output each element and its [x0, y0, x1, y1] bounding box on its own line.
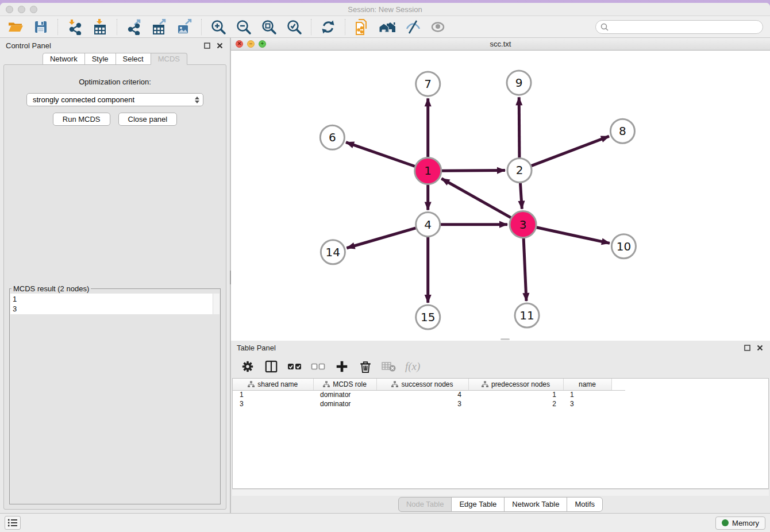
- table-float-button[interactable]: [742, 343, 752, 352]
- table-cell[interactable]: dominator: [313, 399, 376, 408]
- list-icon: [7, 518, 18, 527]
- refresh-view-button[interactable]: [319, 18, 337, 36]
- graph-node-4[interactable]: 4: [416, 213, 440, 237]
- import-table-button[interactable]: [91, 18, 109, 36]
- column-header-shared-name[interactable]: shared name: [233, 379, 313, 390]
- table-settings-button[interactable]: [240, 359, 255, 374]
- add-column-button[interactable]: [334, 359, 349, 374]
- save-session-button[interactable]: [32, 18, 49, 36]
- table-cell[interactable]: 1: [468, 390, 563, 399]
- mcds-result-list[interactable]: 1 3: [10, 294, 213, 314]
- criterion-dropdown[interactable]: strongly connected component: [26, 93, 203, 106]
- table-row[interactable]: 1dominator411: [233, 390, 625, 399]
- close-icon: [757, 345, 763, 351]
- refresh-icon: [320, 19, 336, 35]
- graph-edge-1-6[interactable]: [346, 142, 415, 167]
- graph-node-3[interactable]: 3: [510, 211, 536, 238]
- export-table-button[interactable]: [151, 18, 168, 36]
- graph-edge-4-14[interactable]: [346, 228, 415, 248]
- reset-view-button[interactable]: [379, 18, 396, 36]
- graph-node-11[interactable]: 11: [515, 303, 539, 327]
- export-network-button[interactable]: [125, 18, 143, 36]
- canvas-resize-handle[interactable]: [500, 338, 510, 340]
- network-canvas[interactable]: 7968124314101511: [231, 51, 770, 341]
- close-panel-button[interactable]: [215, 41, 224, 50]
- control-tab-style[interactable]: Style: [84, 53, 116, 65]
- home-houses-icon: [379, 19, 396, 35]
- network-close-button[interactable]: ✕: [236, 40, 243, 48]
- graph-edge-3-10[interactable]: [537, 228, 610, 244]
- table-cell[interactable]: 3: [563, 399, 611, 408]
- table-horizontal-scrollbar[interactable]: [232, 489, 769, 496]
- table-row[interactable]: 3dominator323: [233, 399, 625, 408]
- memory-button[interactable]: Memory: [715, 516, 765, 530]
- zoom-selected-button[interactable]: [286, 18, 303, 36]
- graph-edge-2-8[interactable]: [532, 136, 609, 165]
- columns-icon: [264, 360, 278, 373]
- table-tab-motifs[interactable]: Motifs: [567, 497, 603, 512]
- graph-edge-2-3[interactable]: [520, 183, 522, 209]
- zoom-in-button[interactable]: [210, 18, 227, 36]
- toggle-columns-button[interactable]: [264, 359, 279, 374]
- column-header-MCDS-role[interactable]: MCDS role: [313, 379, 376, 390]
- control-tab-network[interactable]: Network: [43, 53, 85, 65]
- import-network-button[interactable]: [66, 18, 83, 36]
- table-cell[interactable]: 1: [233, 390, 313, 399]
- graph-edge-3-11[interactable]: [523, 238, 526, 301]
- search-input[interactable]: [611, 23, 758, 31]
- control-tab-mcds[interactable]: MCDS: [151, 53, 187, 65]
- delete-column-button[interactable]: [358, 359, 373, 374]
- table-tab-network-table[interactable]: Network Table: [504, 497, 567, 512]
- graph-edge-2-9[interactable]: [519, 97, 519, 157]
- result-scrollbar[interactable]: [213, 294, 220, 314]
- table-tab-node-table[interactable]: Node Table: [398, 497, 452, 512]
- task-history-button[interactable]: [5, 516, 21, 530]
- table-tab-edge-table[interactable]: Edge Table: [451, 497, 505, 512]
- zoom-out-button[interactable]: [235, 18, 252, 36]
- column-header-successor-nodes[interactable]: successor nodes: [376, 379, 468, 390]
- function-builder-button[interactable]: f(x): [405, 360, 420, 373]
- delete-table-button[interactable]: [382, 359, 396, 374]
- table-cell[interactable]: 1: [563, 390, 611, 399]
- column-header-name[interactable]: name: [563, 379, 611, 390]
- graph-node-6[interactable]: 6: [320, 125, 344, 149]
- deselect-all-button[interactable]: [311, 359, 326, 374]
- column-type-icon: [482, 381, 488, 388]
- close-panel-action-button[interactable]: Close panel: [118, 113, 178, 126]
- export-table-icon: [151, 19, 167, 35]
- table-cell[interactable]: 2: [468, 399, 563, 408]
- network-window-title: scc.txt: [231, 40, 770, 48]
- table-close-button[interactable]: [755, 343, 764, 352]
- zoom-fit-button[interactable]: [260, 18, 278, 36]
- graph-node-1[interactable]: 1: [415, 157, 441, 184]
- graph-node-15[interactable]: 15: [416, 305, 440, 329]
- network-minimize-button[interactable]: −: [247, 40, 255, 48]
- graph-node-7[interactable]: 7: [416, 72, 440, 96]
- table-cell[interactable]: 4: [376, 390, 468, 399]
- table-cell[interactable]: dominator: [313, 390, 376, 399]
- graph-node-9[interactable]: 9: [507, 71, 531, 95]
- table-cell[interactable]: 3: [376, 399, 468, 408]
- search-box[interactable]: [595, 20, 763, 34]
- open-file-button[interactable]: [7, 18, 24, 36]
- network-file-button[interactable]: [353, 18, 371, 36]
- graph-node-14[interactable]: 14: [321, 240, 345, 264]
- graph-node-2[interactable]: 2: [507, 158, 532, 182]
- export-image-button[interactable]: [176, 18, 193, 36]
- graph-node-10[interactable]: 10: [611, 234, 636, 259]
- hide-graphics-details-button[interactable]: [404, 18, 421, 36]
- table-cell[interactable]: 3: [233, 399, 313, 408]
- run-mcds-button[interactable]: Run MCDS: [53, 113, 110, 126]
- graph-edge-3-1[interactable]: [441, 179, 511, 218]
- graph-node-8[interactable]: 8: [610, 119, 634, 143]
- float-panel-button[interactable]: [202, 41, 211, 50]
- control-tab-select[interactable]: Select: [116, 53, 151, 65]
- node-table[interactable]: shared nameMCDS rolesuccessor nodesprede…: [232, 378, 769, 489]
- show-graphics-details-button[interactable]: [429, 18, 446, 36]
- graph-edge-1-2[interactable]: [442, 171, 505, 171]
- select-all-button[interactable]: [287, 359, 302, 374]
- network-zoom-button[interactable]: +: [259, 40, 266, 48]
- toolbar-separator: [117, 19, 117, 35]
- network-graph[interactable]: 7968124314101511: [231, 51, 770, 341]
- column-header-predecessor-nodes[interactable]: predecessor nodes: [468, 379, 563, 390]
